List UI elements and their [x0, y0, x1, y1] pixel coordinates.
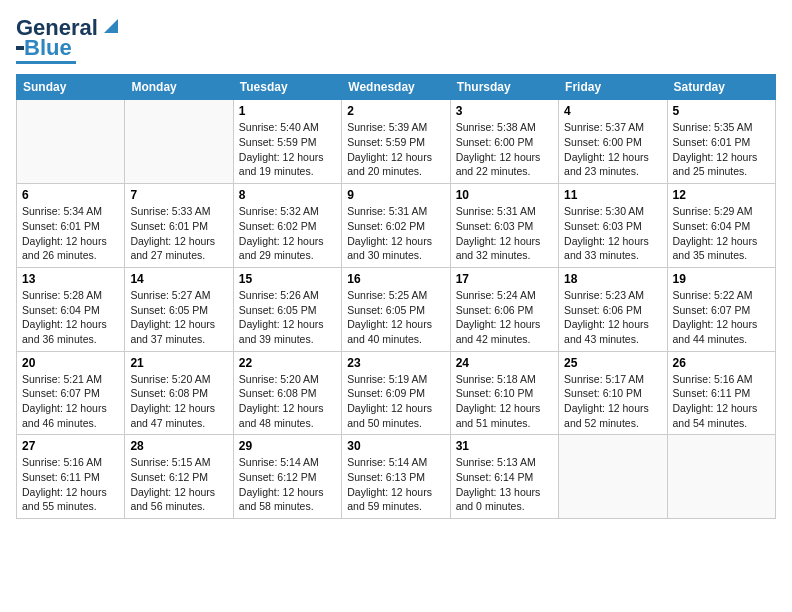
calendar-cell: 16Sunrise: 5:25 AMSunset: 6:05 PMDayligh…: [342, 267, 450, 351]
calendar-cell: 11Sunrise: 5:30 AMSunset: 6:03 PMDayligh…: [559, 184, 667, 268]
day-number: 26: [673, 356, 770, 370]
day-number: 8: [239, 188, 336, 202]
day-number: 19: [673, 272, 770, 286]
day-info: Sunrise: 5:14 AMSunset: 6:13 PMDaylight:…: [347, 455, 444, 514]
weekday-header: Tuesday: [233, 75, 341, 100]
day-number: 14: [130, 272, 227, 286]
calendar-cell: 10Sunrise: 5:31 AMSunset: 6:03 PMDayligh…: [450, 184, 558, 268]
day-info: Sunrise: 5:28 AMSunset: 6:04 PMDaylight:…: [22, 288, 119, 347]
calendar-header-row: SundayMondayTuesdayWednesdayThursdayFrid…: [17, 75, 776, 100]
weekday-header: Monday: [125, 75, 233, 100]
day-number: 21: [130, 356, 227, 370]
calendar-cell: 19Sunrise: 5:22 AMSunset: 6:07 PMDayligh…: [667, 267, 775, 351]
day-number: 4: [564, 104, 661, 118]
day-info: Sunrise: 5:31 AMSunset: 6:02 PMDaylight:…: [347, 204, 444, 263]
day-number: 6: [22, 188, 119, 202]
day-info: Sunrise: 5:24 AMSunset: 6:06 PMDaylight:…: [456, 288, 553, 347]
calendar-week-row: 20Sunrise: 5:21 AMSunset: 6:07 PMDayligh…: [17, 351, 776, 435]
calendar-cell: [559, 435, 667, 519]
calendar-cell: 7Sunrise: 5:33 AMSunset: 6:01 PMDaylight…: [125, 184, 233, 268]
day-number: 30: [347, 439, 444, 453]
day-number: 27: [22, 439, 119, 453]
calendar-cell: 25Sunrise: 5:17 AMSunset: 6:10 PMDayligh…: [559, 351, 667, 435]
day-info: Sunrise: 5:38 AMSunset: 6:00 PMDaylight:…: [456, 120, 553, 179]
calendar-cell: 21Sunrise: 5:20 AMSunset: 6:08 PMDayligh…: [125, 351, 233, 435]
day-info: Sunrise: 5:25 AMSunset: 6:05 PMDaylight:…: [347, 288, 444, 347]
calendar-week-row: 27Sunrise: 5:16 AMSunset: 6:11 PMDayligh…: [17, 435, 776, 519]
logo-blue-text: Blue: [24, 36, 72, 60]
calendar-week-row: 1Sunrise: 5:40 AMSunset: 5:59 PMDaylight…: [17, 100, 776, 184]
day-number: 29: [239, 439, 336, 453]
calendar-cell: 23Sunrise: 5:19 AMSunset: 6:09 PMDayligh…: [342, 351, 450, 435]
day-info: Sunrise: 5:16 AMSunset: 6:11 PMDaylight:…: [22, 455, 119, 514]
calendar-cell: 13Sunrise: 5:28 AMSunset: 6:04 PMDayligh…: [17, 267, 125, 351]
calendar-cell: 5Sunrise: 5:35 AMSunset: 6:01 PMDaylight…: [667, 100, 775, 184]
weekday-header: Saturday: [667, 75, 775, 100]
calendar-cell: [667, 435, 775, 519]
day-number: 22: [239, 356, 336, 370]
calendar-table: SundayMondayTuesdayWednesdayThursdayFrid…: [16, 74, 776, 519]
day-number: 1: [239, 104, 336, 118]
day-info: Sunrise: 5:22 AMSunset: 6:07 PMDaylight:…: [673, 288, 770, 347]
day-info: Sunrise: 5:35 AMSunset: 6:01 PMDaylight:…: [673, 120, 770, 179]
calendar-cell: 20Sunrise: 5:21 AMSunset: 6:07 PMDayligh…: [17, 351, 125, 435]
calendar-cell: [125, 100, 233, 184]
day-number: 12: [673, 188, 770, 202]
day-info: Sunrise: 5:27 AMSunset: 6:05 PMDaylight:…: [130, 288, 227, 347]
day-number: 15: [239, 272, 336, 286]
calendar-cell: 30Sunrise: 5:14 AMSunset: 6:13 PMDayligh…: [342, 435, 450, 519]
day-number: 20: [22, 356, 119, 370]
calendar-cell: 2Sunrise: 5:39 AMSunset: 5:59 PMDaylight…: [342, 100, 450, 184]
day-info: Sunrise: 5:17 AMSunset: 6:10 PMDaylight:…: [564, 372, 661, 431]
day-number: 10: [456, 188, 553, 202]
day-info: Sunrise: 5:31 AMSunset: 6:03 PMDaylight:…: [456, 204, 553, 263]
day-number: 31: [456, 439, 553, 453]
calendar-cell: 29Sunrise: 5:14 AMSunset: 6:12 PMDayligh…: [233, 435, 341, 519]
day-number: 13: [22, 272, 119, 286]
day-info: Sunrise: 5:29 AMSunset: 6:04 PMDaylight:…: [673, 204, 770, 263]
day-info: Sunrise: 5:26 AMSunset: 6:05 PMDaylight:…: [239, 288, 336, 347]
day-info: Sunrise: 5:18 AMSunset: 6:10 PMDaylight:…: [456, 372, 553, 431]
day-info: Sunrise: 5:23 AMSunset: 6:06 PMDaylight:…: [564, 288, 661, 347]
calendar-cell: 4Sunrise: 5:37 AMSunset: 6:00 PMDaylight…: [559, 100, 667, 184]
calendar-cell: 1Sunrise: 5:40 AMSunset: 5:59 PMDaylight…: [233, 100, 341, 184]
day-number: 5: [673, 104, 770, 118]
day-info: Sunrise: 5:33 AMSunset: 6:01 PMDaylight:…: [130, 204, 227, 263]
day-number: 25: [564, 356, 661, 370]
calendar-cell: 14Sunrise: 5:27 AMSunset: 6:05 PMDayligh…: [125, 267, 233, 351]
logo: General Blue: [16, 16, 122, 64]
day-number: 16: [347, 272, 444, 286]
weekday-header: Sunday: [17, 75, 125, 100]
day-number: 3: [456, 104, 553, 118]
day-number: 23: [347, 356, 444, 370]
weekday-header: Friday: [559, 75, 667, 100]
calendar-cell: 6Sunrise: 5:34 AMSunset: 6:01 PMDaylight…: [17, 184, 125, 268]
calendar-cell: 9Sunrise: 5:31 AMSunset: 6:02 PMDaylight…: [342, 184, 450, 268]
day-number: 17: [456, 272, 553, 286]
day-info: Sunrise: 5:21 AMSunset: 6:07 PMDaylight:…: [22, 372, 119, 431]
day-info: Sunrise: 5:13 AMSunset: 6:14 PMDaylight:…: [456, 455, 553, 514]
svg-marker-0: [104, 19, 118, 33]
day-number: 2: [347, 104, 444, 118]
day-info: Sunrise: 5:40 AMSunset: 5:59 PMDaylight:…: [239, 120, 336, 179]
day-number: 18: [564, 272, 661, 286]
calendar-cell: 18Sunrise: 5:23 AMSunset: 6:06 PMDayligh…: [559, 267, 667, 351]
day-number: 28: [130, 439, 227, 453]
calendar-cell: 31Sunrise: 5:13 AMSunset: 6:14 PMDayligh…: [450, 435, 558, 519]
day-info: Sunrise: 5:37 AMSunset: 6:00 PMDaylight:…: [564, 120, 661, 179]
day-info: Sunrise: 5:20 AMSunset: 6:08 PMDaylight:…: [239, 372, 336, 431]
calendar-cell: 8Sunrise: 5:32 AMSunset: 6:02 PMDaylight…: [233, 184, 341, 268]
day-number: 24: [456, 356, 553, 370]
calendar-cell: 17Sunrise: 5:24 AMSunset: 6:06 PMDayligh…: [450, 267, 558, 351]
day-info: Sunrise: 5:34 AMSunset: 6:01 PMDaylight:…: [22, 204, 119, 263]
calendar-cell: 22Sunrise: 5:20 AMSunset: 6:08 PMDayligh…: [233, 351, 341, 435]
logo-underline: [16, 61, 76, 64]
calendar-cell: 27Sunrise: 5:16 AMSunset: 6:11 PMDayligh…: [17, 435, 125, 519]
day-number: 11: [564, 188, 661, 202]
calendar-cell: 24Sunrise: 5:18 AMSunset: 6:10 PMDayligh…: [450, 351, 558, 435]
calendar-cell: 12Sunrise: 5:29 AMSunset: 6:04 PMDayligh…: [667, 184, 775, 268]
calendar-cell: 26Sunrise: 5:16 AMSunset: 6:11 PMDayligh…: [667, 351, 775, 435]
day-number: 9: [347, 188, 444, 202]
calendar-cell: 3Sunrise: 5:38 AMSunset: 6:00 PMDaylight…: [450, 100, 558, 184]
day-info: Sunrise: 5:39 AMSunset: 5:59 PMDaylight:…: [347, 120, 444, 179]
